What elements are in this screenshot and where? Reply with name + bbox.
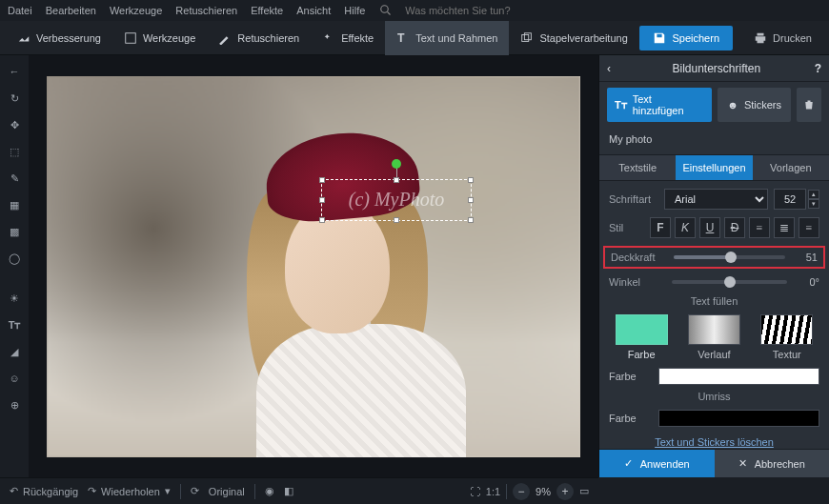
globe-icon[interactable]: ⊕: [6, 396, 23, 413]
search-icon: [380, 5, 392, 16]
grid-icon[interactable]: ▩: [6, 223, 23, 240]
rotate-icon[interactable]: ↻: [6, 90, 23, 107]
delete-all-link[interactable]: Text und Stickers löschen: [655, 436, 774, 448]
outline-color-label: Farbe: [609, 413, 658, 424]
fill-color-swatch[interactable]: [658, 368, 819, 385]
font-size-input[interactable]: [774, 189, 806, 210]
underline-button[interactable]: U: [699, 217, 720, 238]
tab-settings[interactable]: Einstellungen: [676, 155, 752, 180]
main-toolbar: Verbesserung Werkzeuge Retuschieren Effe…: [0, 21, 829, 55]
angle-slider[interactable]: [672, 280, 787, 284]
tab-text-styles[interactable]: Textstile: [599, 155, 676, 180]
text-tool-icon[interactable]: Tᴛ: [6, 316, 23, 333]
shape-icon[interactable]: ◯: [6, 250, 23, 267]
angle-thumb[interactable]: [724, 276, 736, 288]
reset-button[interactable]: ⟳: [191, 485, 199, 497]
stamp-icon[interactable]: ✥: [6, 116, 23, 133]
opacity-label: Deckkraft: [611, 252, 666, 263]
fill-texture-option[interactable]: Textur: [755, 314, 819, 360]
print-button[interactable]: Drucken: [742, 26, 823, 50]
add-text-button[interactable]: TᴛText hinzufügen: [607, 88, 712, 122]
compare-button[interactable]: ◧: [284, 485, 293, 497]
tab-templates[interactable]: Vorlagen: [753, 155, 829, 180]
original-button[interactable]: Original: [209, 486, 245, 497]
bucket-icon[interactable]: ◢: [6, 343, 23, 360]
canvas-area: (c) MyPhoto: [29, 55, 598, 477]
style-label: Stil: [609, 222, 650, 233]
fill-gradient-option[interactable]: Verlauf: [681, 314, 746, 360]
toolbar-tools[interactable]: Werkzeuge: [112, 21, 207, 55]
font-label: Schriftart: [609, 193, 664, 205]
opacity-thumb[interactable]: [725, 252, 737, 263]
right-panel: ‹ Bildunterschriften ? TᴛText hinzufügen…: [598, 55, 829, 477]
strike-button[interactable]: Đ: [724, 217, 745, 238]
opacity-value: 51: [793, 252, 818, 263]
opacity-row-highlight: Deckkraft 51: [603, 246, 825, 269]
back-icon[interactable]: ←: [6, 63, 23, 80]
align-right-button[interactable]: ≡: [799, 217, 819, 238]
zoom-out-button[interactable]: −: [513, 483, 530, 500]
canvas[interactable]: (c) MyPhoto: [47, 76, 580, 457]
preview-button[interactable]: ◉: [265, 485, 274, 497]
fill-color-option[interactable]: Farbe: [609, 314, 674, 360]
size-up[interactable]: ▴: [808, 190, 819, 199]
navigator-button[interactable]: ▭: [579, 485, 589, 497]
zoom-in-button[interactable]: +: [556, 483, 574, 500]
size-down[interactable]: ▾: [808, 199, 819, 209]
left-toolbar: ← ↻ ✥ ⬚ ✎ ▦ ▩ ◯ ☀ Tᴛ ◢ ☺ ⊕: [0, 55, 29, 477]
undo-button[interactable]: ↶ Rückgängig: [10, 485, 78, 497]
cancel-button[interactable]: ✕Abbrechen: [715, 450, 830, 477]
align-left-button[interactable]: ≡: [749, 217, 770, 238]
angle-label: Winkel: [609, 276, 664, 288]
svg-rect-5: [525, 32, 532, 39]
menu-bar: Datei Bearbeiten Werkzeuge Retuschieren …: [0, 0, 829, 21]
toolbar-retouch[interactable]: Retuschieren: [207, 21, 311, 55]
outline-color-swatch[interactable]: [658, 410, 819, 427]
gradient-icon[interactable]: ▦: [6, 196, 23, 213]
menu-file[interactable]: Datei: [8, 5, 32, 16]
toolbar-batch[interactable]: Stapelverarbeitung: [509, 21, 638, 55]
menu-effects[interactable]: Effekte: [251, 5, 283, 16]
menu-view[interactable]: Ansicht: [296, 5, 331, 16]
status-bar: ↶ Rückgängig ↷ Wiederholen ▾ ⟳ Original …: [0, 477, 598, 504]
text-selection-box[interactable]: (c) MyPhoto: [321, 179, 472, 221]
fit-button[interactable]: ⛶: [470, 486, 480, 497]
opacity-slider[interactable]: [674, 255, 785, 259]
rotate-handle[interactable]: [392, 159, 401, 169]
brush-icon[interactable]: ✎: [6, 170, 23, 187]
actual-size-button[interactable]: 1:1: [486, 486, 500, 497]
fill-section-title: Text füllen: [609, 295, 819, 307]
italic-button[interactable]: K: [675, 217, 696, 238]
search-input[interactable]: [405, 5, 538, 16]
help-icon[interactable]: ?: [815, 62, 821, 75]
delete-layer-button[interactable]: [797, 88, 821, 122]
panel-back-icon[interactable]: ‹: [607, 62, 611, 75]
toolbar-text-frames[interactable]: TText und Rahmen: [385, 21, 509, 55]
menu-edit[interactable]: Bearbeiten: [46, 5, 96, 16]
fill-color-label: Farbe: [609, 371, 658, 382]
menu-help[interactable]: Hilfe: [344, 5, 365, 16]
layer-name[interactable]: My photo: [599, 128, 829, 151]
font-select[interactable]: Arial: [664, 189, 768, 210]
svg-line-1: [388, 12, 391, 15]
angle-value: 0°: [795, 276, 819, 288]
watermark-text[interactable]: (c) MyPhoto: [322, 180, 471, 220]
align-center-button[interactable]: ≣: [774, 217, 795, 238]
redo-button[interactable]: ↷ Wiederholen ▾: [88, 485, 171, 497]
apply-button[interactable]: ✓Anwenden: [599, 450, 715, 477]
panel-tabs: Textstile Einstellungen Vorlagen: [599, 154, 829, 181]
face-icon[interactable]: ☺: [6, 370, 23, 387]
panel-title: Bildunterschriften: [618, 62, 815, 75]
crop-icon[interactable]: ⬚: [6, 143, 23, 160]
menu-retouch[interactable]: Retuschieren: [175, 5, 237, 16]
svg-text:T: T: [397, 31, 405, 45]
bold-button[interactable]: F: [650, 217, 671, 238]
menu-tools[interactable]: Werkzeuge: [110, 5, 162, 16]
stickers-button[interactable]: ☻Stickers: [718, 88, 791, 122]
light-icon[interactable]: ☀: [6, 290, 23, 307]
toolbar-enhance[interactable]: Verbesserung: [6, 21, 112, 55]
svg-rect-4: [522, 34, 529, 41]
save-button[interactable]: Speichern: [639, 26, 733, 50]
svg-point-0: [381, 6, 389, 13]
toolbar-effects[interactable]: Effekte: [311, 21, 385, 55]
